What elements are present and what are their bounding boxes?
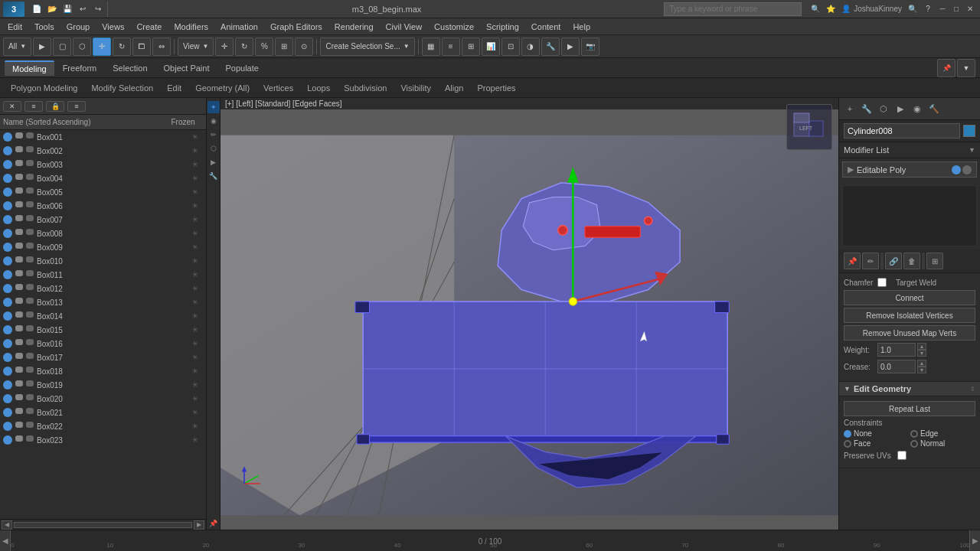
remove-unused-btn[interactable]: Remove Unused Map Verts [844, 325, 975, 341]
scene-obj-box008[interactable]: Box008 ✳ [0, 227, 206, 240]
subtab2-align[interactable]: Align [439, 82, 469, 94]
mod-vis-icon[interactable] [952, 165, 961, 174]
rotate-btn[interactable]: ↻ [113, 37, 131, 56]
remove-isolated-btn[interactable]: Remove Isolated Vertices [844, 308, 975, 323]
repeat-last-btn[interactable]: Repeat Last [844, 401, 975, 416]
modifier-list-dropdown-btn[interactable]: ▼ [969, 146, 975, 154]
close-btn[interactable]: ✕ [963, 2, 977, 16]
crease-down-btn[interactable]: ▼ [917, 367, 926, 373]
mirror-btn[interactable]: ⇔ [152, 37, 171, 56]
scene-obj-box009[interactable]: Box009 ✳ [0, 240, 206, 254]
scene-obj-box011[interactable]: Box011 ✳ [0, 268, 206, 282]
layer-btn[interactable]: ≡ [442, 37, 460, 56]
select-region-btn[interactable]: ▢ [53, 37, 71, 56]
navigation-cube[interactable]: LEFT [786, 104, 832, 150]
select-object-btn[interactable]: ▶ [33, 37, 51, 56]
scene-obj-box003[interactable]: Box003 ✳ [0, 158, 206, 171]
menu-modifiers[interactable]: Modifiers [168, 18, 214, 35]
menu-create[interactable]: Create [130, 18, 168, 35]
scene-obj-box016[interactable]: Box016 ✳ [0, 337, 206, 350]
viewport[interactable]: [+] [Left] [Standard] [Edged Faces] [220, 98, 838, 530]
constraint-none[interactable]: None [844, 429, 909, 438]
subtab2-visibility[interactable]: Visibility [394, 82, 437, 94]
crease-up-btn[interactable]: ▲ [917, 360, 926, 367]
maximize-btn[interactable]: □ [949, 2, 963, 16]
menu-edit[interactable]: Edit [2, 18, 28, 35]
scroll-thumb[interactable] [14, 522, 192, 528]
track-view-btn[interactable]: 📊 [482, 37, 500, 56]
scene-obj-box023[interactable]: Box023 ✳ [0, 433, 206, 447]
rp-utility-icon[interactable]: 🔨 [926, 101, 942, 116]
menu-scripting[interactable]: Scripting [480, 18, 525, 35]
tab-populate[interactable]: Populate [217, 61, 266, 75]
star-icon[interactable]: ⭐ [823, 2, 838, 16]
scene-obj-box002[interactable]: Box002 ✳ [0, 144, 206, 158]
scene-obj-box019[interactable]: Box019 ✳ [0, 378, 206, 392]
timeline-prev-btn[interactable]: ◀ [0, 530, 11, 552]
mp-link-icon[interactable]: 🔗 [885, 253, 902, 269]
menu-civil-view[interactable]: Civil View [380, 18, 428, 35]
move-btn[interactable]: ✛ [93, 37, 111, 56]
constraint-normal-radio[interactable] [910, 440, 918, 448]
material-btn[interactable]: ◑ [521, 37, 540, 56]
obj-props-btn[interactable]: ⊞ [462, 37, 480, 56]
constraint-edge[interactable]: Edge [910, 429, 975, 438]
preserve-uvs-checkbox[interactable] [897, 451, 906, 460]
constraint-face-radio[interactable] [844, 440, 851, 448]
scene-lock-btn[interactable]: 🔒 [46, 101, 64, 112]
rp-motion-icon[interactable]: ▶ [893, 101, 908, 116]
snap-to-grid-btn[interactable]: ⊞ [275, 37, 293, 56]
scene-obj-box005[interactable]: Box005 ✳ [0, 185, 206, 199]
weight-down-btn[interactable]: ▼ [917, 350, 926, 357]
search-bar[interactable] [664, 2, 802, 16]
modifier-editable-poly[interactable]: ▶ Editable Poly [842, 161, 977, 178]
scene-scroll-horizontal[interactable]: ◀ ▶ [0, 519, 206, 530]
scale-btn[interactable]: ⧠ [132, 37, 151, 56]
search-input[interactable] [669, 5, 796, 13]
tool-pin[interactable]: 📌 [207, 517, 220, 530]
constraint-none-radio[interactable] [844, 430, 851, 438]
scene-obj-box021[interactable]: Box021 ✳ [0, 406, 206, 419]
tab-pin-btn[interactable]: 📌 [937, 59, 956, 77]
menu-rendering[interactable]: Rendering [328, 18, 380, 35]
render-setup-btn[interactable]: 🔧 [541, 37, 560, 56]
scene-obj-box020[interactable]: Box020 ✳ [0, 392, 206, 406]
percent-snap-btn[interactable]: % [255, 37, 273, 56]
subtab2-properties[interactable]: Properties [471, 82, 521, 94]
open-file-btn[interactable]: 📂 [44, 2, 60, 16]
undo-btn[interactable]: ↩ [75, 2, 90, 16]
tool-select[interactable]: ✦ [207, 101, 220, 113]
rp-modify-icon[interactable]: 🔧 [859, 101, 874, 116]
rp-hierarchy-icon[interactable]: ⬡ [876, 101, 891, 116]
rp-display-icon[interactable]: ◉ [910, 101, 925, 116]
scene-obj-box017[interactable]: Box017 ✳ [0, 350, 206, 364]
subtab2-polygon-modeling[interactable]: Polygon Modeling [5, 82, 83, 94]
constraint-edge-radio[interactable] [910, 430, 918, 438]
subtab2-subdivision[interactable]: Subdivision [338, 82, 393, 94]
mp-pin-icon[interactable]: 📌 [844, 253, 861, 269]
spinner-btn[interactable]: ⊙ [295, 37, 313, 56]
menu-help[interactable]: Help [567, 18, 596, 35]
render-btn[interactable]: ▶ [561, 37, 580, 56]
menu-views[interactable]: Views [96, 18, 130, 35]
menu-graph-editors[interactable]: Graph Editors [264, 18, 328, 35]
mp-edit-icon[interactable]: ✏ [862, 253, 879, 269]
tab-menu-btn[interactable]: ▼ [957, 59, 975, 77]
tool-display[interactable]: ◉ [207, 115, 220, 127]
scene-obj-box007[interactable]: Box007 ✳ [0, 213, 206, 227]
scene-obj-box013[interactable]: Box013 ✳ [0, 295, 206, 309]
scene-obj-box010[interactable]: Box010 ✳ [0, 254, 206, 268]
profile-icon[interactable]: 👤 [838, 2, 854, 16]
scene-col-frozen[interactable]: Frozen [160, 118, 206, 126]
create-selection-dropdown[interactable]: Create Selection Se... ▼ [320, 37, 414, 56]
menu-animation[interactable]: Animation [214, 18, 264, 35]
help-search-icon[interactable]: 🔍 [905, 2, 920, 16]
selection-filter-dropdown[interactable]: All ▼ [3, 37, 31, 56]
tab-freeform[interactable]: Freeform [55, 61, 105, 75]
save-file-btn[interactable]: 💾 [60, 2, 75, 16]
menu-customize[interactable]: Customize [428, 18, 480, 35]
connect-btn[interactable]: Connect [844, 290, 975, 305]
object-name-input[interactable] [844, 123, 960, 139]
subtab2-geometry[interactable]: Geometry (All) [189, 82, 256, 94]
select-lasso-btn[interactable]: ⬡ [73, 37, 91, 56]
